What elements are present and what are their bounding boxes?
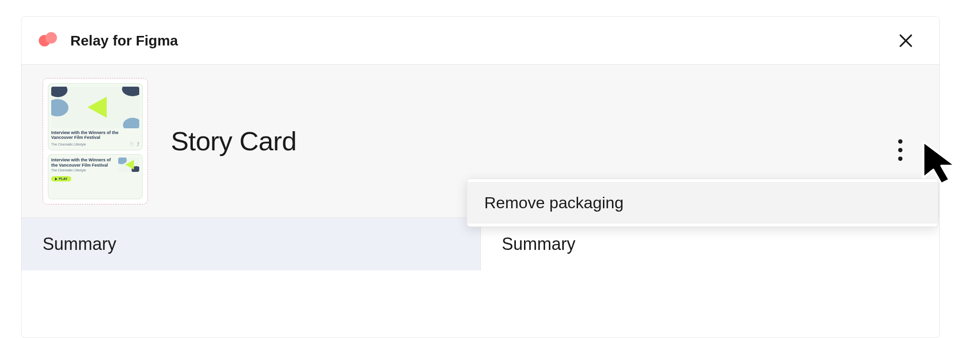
menu-item-label: Remove packaging (484, 193, 624, 212)
tab-label: Summary (502, 234, 576, 254)
plugin-panel: Relay for Figma (21, 16, 940, 338)
thumbnail-card-large: Interview with the Winners of the Vancou… (48, 83, 143, 151)
svg-point-1 (45, 32, 57, 44)
share-icon: ⤴ (137, 142, 139, 147)
thumbnail-card-small-subtitle: The Cinematic Lifestyle (51, 169, 115, 172)
thumbnail-card-title: Interview with the Winners of the Vancou… (51, 130, 139, 140)
close-icon (898, 33, 914, 49)
panel-header: Relay for Figma (22, 17, 939, 65)
relay-logo-icon (38, 30, 59, 51)
play-pill-label: PLAY (59, 177, 67, 180)
play-icon (55, 178, 57, 180)
component-title: Story Card (171, 125, 297, 157)
header-left-group: Relay for Figma (38, 30, 178, 51)
tab-summary-left[interactable]: Summary (22, 218, 481, 270)
play-icon (125, 160, 134, 169)
thumbnail-card-subtitle: The Cinematic Lifestyle (51, 143, 86, 146)
thumbnail-small-artwork (118, 158, 139, 172)
plugin-title: Relay for Figma (70, 33, 178, 49)
thumbnail-card-small-title: Interview with the Winners of the Vancou… (51, 158, 115, 168)
thumbnail-action-icons: ♡ ⤴ (130, 142, 139, 147)
kebab-dot-icon (898, 148, 902, 152)
more-menu-button[interactable] (891, 135, 910, 164)
more-menu-dropdown: Remove packaging (467, 179, 938, 227)
heart-icon: ♡ (130, 142, 134, 147)
thumbnail-artwork (51, 87, 139, 128)
play-pill: PLAY (51, 176, 71, 181)
menu-item-remove-packaging[interactable]: Remove packaging (467, 182, 938, 224)
kebab-dot-icon (898, 139, 902, 144)
kebab-dot-icon (898, 157, 902, 161)
play-icon (88, 97, 107, 118)
thumbnail-card-small: Interview with the Winners of the Vancou… (48, 154, 143, 199)
component-thumbnail: Interview with the Winners of the Vancou… (43, 78, 148, 204)
tab-label: Summary (43, 234, 116, 254)
close-button[interactable] (894, 29, 917, 52)
